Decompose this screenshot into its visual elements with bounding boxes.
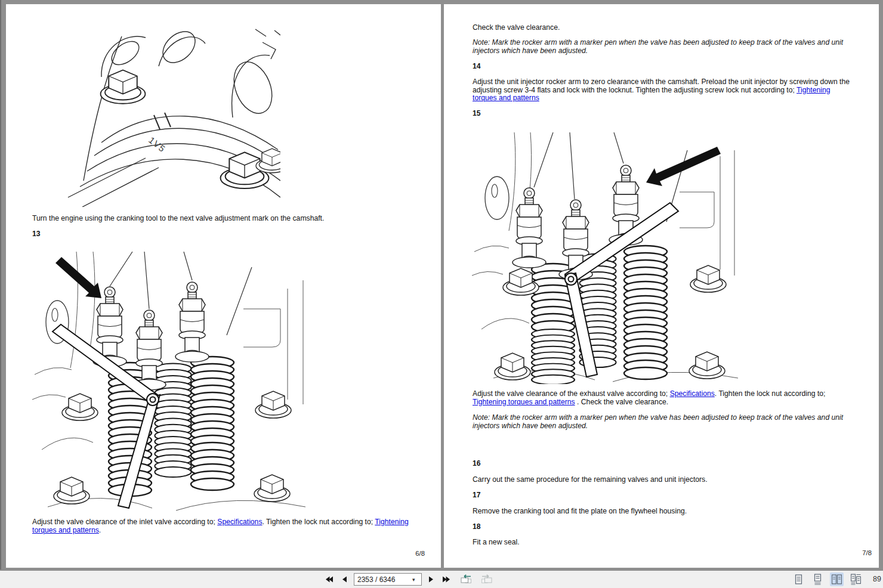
text-run: Adjust the valve clearance of the exhaus… <box>473 389 670 398</box>
paragraph-check-valve: Check the valve clearance. <box>473 24 854 32</box>
illustration-inlet-valve-adjustment <box>30 252 322 513</box>
zoom-level-value: 89 <box>873 575 881 583</box>
paragraph-turn-engine: Turn the engine using the cranking tool … <box>32 215 419 223</box>
navigate-forward-icon <box>480 574 493 584</box>
page-navigation-group: ▾ <box>323 571 495 588</box>
bottom-toolbar: ▾ <box>0 570 883 588</box>
text-run: Adjust the unit injector rocker arm to z… <box>473 78 850 94</box>
first-page-icon <box>324 575 334 583</box>
previous-page-icon <box>341 575 347 583</box>
page-number: 7/8 <box>862 549 872 556</box>
paragraph-adjust-exhaust: Adjust the valve clearance of the exhaus… <box>473 390 854 406</box>
chevron-down-icon[interactable]: ▾ <box>412 577 415 583</box>
note-marker-pen: Note: Mark the rocker arm with a marker … <box>473 39 854 55</box>
step-number-17: 17 <box>473 491 854 500</box>
step-number-14: 14 <box>473 63 854 71</box>
text-run: . Tighten the lock nut according to; <box>715 389 826 398</box>
last-page-icon <box>442 575 452 583</box>
next-page-button[interactable] <box>427 573 436 586</box>
single-page-layout-icon <box>794 574 804 585</box>
first-page-button[interactable] <box>323 573 335 586</box>
page-layout-group <box>792 571 863 588</box>
last-page-button[interactable] <box>441 573 453 586</box>
navigate-back-icon <box>459 574 473 584</box>
paragraph-adjust-inlet: Adjust the valve clearance of the inlet … <box>32 518 419 534</box>
document-view-area: 1V5 Turn the engine using the cranking t… <box>0 0 883 570</box>
note-marker-pen: Note: Mark the rocker arm with a marker … <box>473 414 854 430</box>
page-left: 1V5 Turn the engine using the cranking t… <box>6 4 441 568</box>
book-view-layout-icon <box>851 574 861 585</box>
step-number-18: 18 <box>473 523 854 531</box>
paragraph-same-procedure: Carry out the same procedure for the rem… <box>473 476 854 484</box>
link-specifications[interactable]: Specifications <box>217 518 262 526</box>
step-number-15: 15 <box>473 110 854 118</box>
page-number-input[interactable] <box>357 575 410 584</box>
previous-page-button[interactable] <box>340 573 348 586</box>
pointer-arrow <box>646 147 721 186</box>
paragraph-fit-seal: Fit a new seal. <box>473 539 854 547</box>
step-number-13: 13 <box>32 230 419 239</box>
book-view-layout-button[interactable] <box>849 572 863 586</box>
paragraph-remove-cranking-tool: Remove the cranking tool and fit the pla… <box>473 507 854 516</box>
paragraph-adjust-unit-injector: Adjust the unit injector rocker arm to z… <box>473 78 854 103</box>
camshaft-mark-label: 1V5 <box>147 135 168 154</box>
page-number-box: ▾ <box>354 573 422 586</box>
navigate-forward-button[interactable] <box>479 573 495 586</box>
continuous-layout-button[interactable] <box>811 572 825 586</box>
page-number: 6/8 <box>415 550 425 557</box>
link-specifications[interactable]: Specifications <box>670 389 715 398</box>
continuous-layout-icon <box>813 574 823 585</box>
text-run: Adjust the valve clearance of the inlet … <box>32 518 217 526</box>
illustration-exhaust-valve-adjustment <box>470 132 744 384</box>
single-page-layout-button[interactable] <box>792 572 805 586</box>
illustration-camshaft-marking: 1V5 <box>66 27 280 207</box>
navigate-back-button[interactable] <box>458 573 474 586</box>
link-tightening-torques[interactable]: Tightening torques and patterns <box>473 398 575 406</box>
facing-pages-layout-button[interactable] <box>830 572 844 586</box>
facing-pages-layout-icon <box>832 574 842 585</box>
page-right: Check the valve clearance. Note: Mark th… <box>444 4 879 568</box>
next-page-icon <box>428 575 434 583</box>
text-run: . Tighten the lock nut according to; <box>263 518 375 526</box>
text-run: . <box>99 526 101 534</box>
text-run: . Check the valve clearance. <box>575 398 669 406</box>
step-number-16: 16 <box>473 460 854 468</box>
